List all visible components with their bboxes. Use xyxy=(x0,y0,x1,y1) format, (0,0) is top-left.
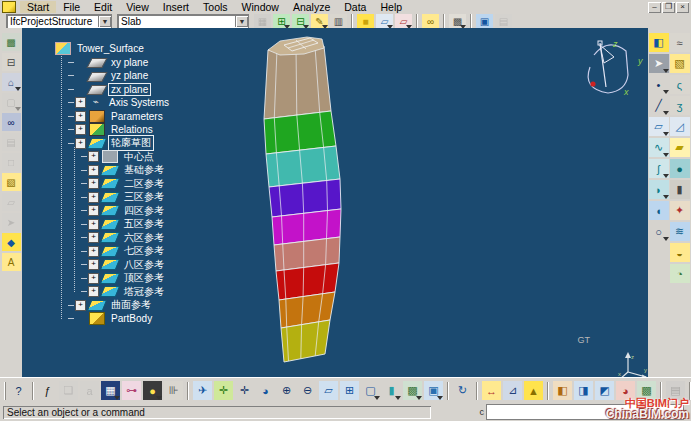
tree-item-label[interactable]: yz plane xyxy=(109,70,150,81)
tree-item-zone8-reference[interactable]: +八区参考 xyxy=(55,258,171,272)
tree-expand-box[interactable]: + xyxy=(88,259,99,270)
geoset-icon[interactable] xyxy=(100,165,120,176)
tree-item-zx-plane[interactable]: zx plane xyxy=(55,83,171,97)
constraints-graph-icon[interactable]: ⊶ xyxy=(122,381,141,400)
plane-icon[interactable] xyxy=(86,85,107,95)
minimize-button[interactable]: – xyxy=(648,2,661,13)
specification-tree-icon[interactable]: ⊟ xyxy=(2,53,21,71)
dropdown-arrow-icon[interactable] xyxy=(663,69,669,73)
tree-item-zone2-reference[interactable]: +二区参考 xyxy=(55,177,171,191)
rotate-icon[interactable]: ◕ xyxy=(256,381,275,400)
tree-item-zone5-reference[interactable]: +五区参考 xyxy=(55,218,171,232)
tree-item-part-body[interactable]: PartBody xyxy=(55,312,171,326)
tree-expand-box[interactable]: + xyxy=(75,138,86,149)
line-icon[interactable]: ╱ xyxy=(649,96,669,115)
tree-item-profile-sketch[interactable]: +轮廓草图 xyxy=(55,137,171,151)
tree-item-label[interactable]: 顶区参考 xyxy=(122,271,166,285)
geoset-icon[interactable] xyxy=(100,205,120,216)
wireframe-cube-icon[interactable]: ▢ xyxy=(361,381,380,400)
dropdown-arrow-icon[interactable] xyxy=(15,87,21,91)
tree-item-label[interactable]: 基础参考 xyxy=(122,163,166,177)
view-compass[interactable]: z y x xyxy=(588,39,643,97)
menu-start[interactable]: Start xyxy=(20,1,56,13)
menu-file[interactable]: File xyxy=(56,1,87,13)
plane-icon[interactable] xyxy=(86,72,107,82)
geoset-icon[interactable] xyxy=(87,138,107,149)
tree-item-zone4-reference[interactable]: +四区参考 xyxy=(55,204,171,218)
spline-icon[interactable]: ∿ xyxy=(649,138,669,157)
body-icon[interactable] xyxy=(89,312,105,325)
fly-mode-icon[interactable]: ✈ xyxy=(193,381,212,400)
tree-item-zone7-reference[interactable]: +七区参考 xyxy=(55,245,171,259)
binoculars-icon[interactable]: ∞ xyxy=(2,113,21,131)
tree-item-center-point[interactable]: +中心点 xyxy=(55,150,171,164)
shading-icon[interactable]: ▮ xyxy=(382,381,401,400)
toolbar-grip[interactable] xyxy=(4,382,6,400)
tree-item-label[interactable]: zx plane xyxy=(109,84,150,95)
exit-workbench-icon[interactable]: ⌂ xyxy=(2,73,21,91)
sketchpad-icon[interactable]: ▧ xyxy=(2,173,21,191)
dropdown-arrow-icon[interactable] xyxy=(416,396,422,400)
tree-expand-box[interactable]: + xyxy=(88,246,99,257)
blend-icon[interactable]: ◒ xyxy=(670,243,690,262)
tree-item-base-reference[interactable]: +基础参考 xyxy=(55,164,171,178)
tree-item-label[interactable]: 四区参考 xyxy=(122,204,166,218)
multi-section-icon[interactable]: ≋ xyxy=(670,222,690,241)
tree-item-xy-plane[interactable]: xy plane xyxy=(55,56,171,70)
whats-this-icon[interactable]: ? xyxy=(9,381,28,400)
turntable-icon[interactable]: ↻ xyxy=(453,381,472,400)
tree-expand-box[interactable]: + xyxy=(88,219,99,230)
view-cube-icon[interactable]: ◧ xyxy=(649,33,669,52)
render-frame-icon[interactable]: ▩ xyxy=(2,33,21,51)
tower-model[interactable] xyxy=(264,46,341,362)
catalog-update-icon[interactable]: ⊟ xyxy=(292,14,309,29)
zoom-out-icon[interactable]: ⊖ xyxy=(298,381,317,400)
dropdown-arrow-icon[interactable] xyxy=(663,132,669,136)
tree-item-label[interactable]: Parameters xyxy=(109,111,165,122)
tree-item-top-zone-reference[interactable]: +顶区参考 xyxy=(55,272,171,286)
lock-icon[interactable]: ● xyxy=(143,381,162,400)
boundary-icon[interactable]: ◔ xyxy=(670,264,690,283)
corner-icon[interactable]: ◿ xyxy=(670,117,690,136)
sketch-icon[interactable] xyxy=(102,150,118,163)
dropdown-arrow-icon[interactable] xyxy=(663,174,669,178)
fit-all-icon[interactable]: ✛ xyxy=(214,381,233,400)
part-icon[interactable] xyxy=(55,42,71,55)
fill-surface-icon[interactable]: ◖ xyxy=(649,201,669,220)
pan-icon[interactable]: ✛ xyxy=(235,381,254,400)
tree-expand-box[interactable]: + xyxy=(88,151,99,162)
menu-window[interactable]: Window xyxy=(235,1,286,13)
tree-expand-box[interactable]: + xyxy=(88,286,99,297)
geoset-icon[interactable] xyxy=(100,232,120,243)
tree-expand-box[interactable]: + xyxy=(88,178,99,189)
render-style-icon[interactable]: ▩ xyxy=(403,381,422,400)
type-combo[interactable]: Slab ▼ xyxy=(117,14,249,29)
tree-item-zone3-reference[interactable]: +三区参考 xyxy=(55,191,171,205)
circle-icon[interactable]: ○ xyxy=(649,222,669,241)
geoset-icon[interactable] xyxy=(100,178,120,189)
quad-view-icon[interactable]: ⊞ xyxy=(340,381,359,400)
tree-item-label[interactable]: 曲面参考 xyxy=(109,298,153,312)
menu-data[interactable]: Data xyxy=(337,1,373,13)
tree-item-label[interactable]: 五区参考 xyxy=(122,217,166,231)
catalog-add-icon[interactable]: ⊞ xyxy=(273,14,290,29)
dropdown-arrow-icon[interactable] xyxy=(15,107,21,111)
edit-plane-icon[interactable]: ▱ xyxy=(395,14,412,29)
tree-item-label[interactable]: Axis Systems xyxy=(107,97,171,108)
tree-item-zone6-reference[interactable]: +六区参考 xyxy=(55,231,171,245)
mask-surface-icon[interactable]: ▧ xyxy=(670,54,690,73)
tree-item-axis-systems[interactable]: +⌁Axis Systems xyxy=(55,96,171,110)
tree-item-parameters[interactable]: +Parameters xyxy=(55,110,171,124)
mass-properties-icon[interactable]: ▲ xyxy=(524,381,543,400)
tower-band-crown-section[interactable] xyxy=(264,46,331,119)
sweep-surface-icon[interactable]: ◗ xyxy=(649,180,669,199)
tree-item-label[interactable]: PartBody xyxy=(109,313,154,324)
offset-plane-icon[interactable]: ▰ xyxy=(670,138,690,157)
tree-item-crown-reference[interactable]: +塔冠参考 xyxy=(55,285,171,299)
geoset-icon[interactable] xyxy=(100,219,120,230)
tree-expand-box[interactable]: + xyxy=(75,300,86,311)
dropdown-arrow-icon[interactable] xyxy=(374,396,380,400)
3d-viewport[interactable]: z y x z y x Tower_Surfacexy planeyz plan… xyxy=(22,28,648,377)
menu-help[interactable]: Help xyxy=(373,1,409,13)
tree-expand-box[interactable]: + xyxy=(88,192,99,203)
